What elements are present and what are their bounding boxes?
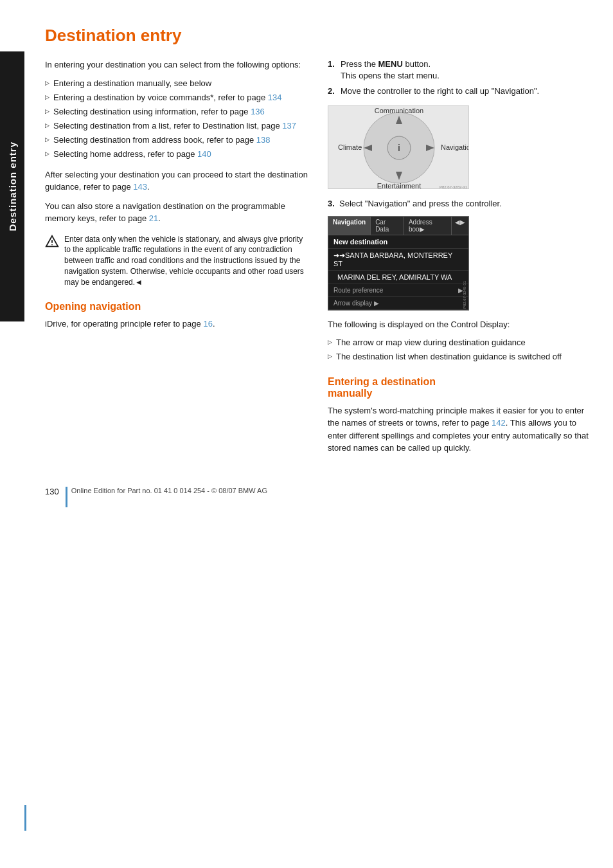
entering-dest-text: The system's word-matching principle mak… xyxy=(328,404,591,455)
bullet-triangle: ▷ xyxy=(328,352,332,361)
page-link[interactable]: 136 xyxy=(251,107,265,116)
list-item: ▷ The arrow or map view during destinati… xyxy=(328,337,591,348)
list-item-text: Entering a destination by voice commands… xyxy=(53,92,282,104)
nav-tab-bar: Navigation Car Data Address boo▶ ◀▶ xyxy=(328,217,468,235)
page-link[interactable]: 21 xyxy=(149,213,158,223)
bullet-triangle: ▷ xyxy=(45,93,49,102)
bottom-border-line xyxy=(24,805,26,831)
bullet-triangle: ▷ xyxy=(45,136,49,144)
list-item: ▷ Selecting home address, refer to page … xyxy=(45,149,308,160)
bullet-triangle: ▷ xyxy=(45,150,49,158)
options-list: ▷ Entering a destination manually, see b… xyxy=(45,78,308,161)
page-link[interactable]: 16 xyxy=(203,319,212,329)
control-display-list: ▷ The arrow or map view during destinati… xyxy=(328,337,591,363)
nav-item-arrow-display: Arrow display ▶ xyxy=(328,297,468,310)
nav-tab-addressbook: Address boo▶ xyxy=(404,217,452,235)
wheel-svg: i Communication Climate Navigation Enter… xyxy=(328,106,469,189)
footer: 130 Online Edition for Part no. 01 41 0 … xyxy=(45,480,591,507)
opening-nav-heading: Opening navigation xyxy=(45,301,308,312)
nav-menu-image: Navigation Car Data Address boo▶ ◀▶ New … xyxy=(328,216,469,311)
nav-tab-more: ◀▶ xyxy=(452,217,468,235)
step-number: 1. xyxy=(328,59,337,70)
page-link[interactable]: 137 xyxy=(282,121,296,131)
control-display-text: The following is displayed on the Contro… xyxy=(328,318,591,331)
nav-tab-navigation: Navigation xyxy=(328,217,371,235)
footer-text: Online Edition for Part no. 01 41 0 014 … xyxy=(71,487,267,494)
step-1: 1. Press the MENU button.This opens the … xyxy=(328,59,591,82)
svg-point-2 xyxy=(51,244,53,245)
sidebar-label: Destination entry xyxy=(0,51,24,321)
entering-dest-heading: Entering a destinationmanually xyxy=(328,376,591,399)
step-number: 2. xyxy=(328,86,337,97)
sidebar-label-text: Destination entry xyxy=(7,141,18,231)
list-item: ▷ Selecting destination from address boo… xyxy=(45,134,308,146)
steps-list: 1. Press the MENU button.This opens the … xyxy=(328,59,591,98)
page-link[interactable]: 134 xyxy=(268,93,282,102)
image-watermark: P82.67-3245-31 xyxy=(463,281,466,309)
step-3-text: 3. Select "Navigation" and press the con… xyxy=(328,198,591,210)
right-column: 1. Press the MENU button.This opens the … xyxy=(328,59,591,461)
list-item-text: Selecting destination using information,… xyxy=(53,106,265,118)
page-link[interactable]: 142 xyxy=(492,418,506,428)
list-item-text: The destination list when destination gu… xyxy=(336,351,562,363)
page-number: 130 xyxy=(45,487,59,496)
warning-box: Enter data only when the vehicle is stat… xyxy=(45,234,308,288)
step-text: Move the controller to the right to call… xyxy=(341,86,539,97)
store-nav-text: You can also store a navigation destinat… xyxy=(45,200,308,225)
opening-nav-text: iDrive, for operating principle refer to… xyxy=(45,318,308,330)
list-item-text: Selecting destination from a list, refer… xyxy=(53,120,296,132)
list-item: ▷ Entering a destination by voice comman… xyxy=(45,92,308,104)
list-item: ▷ Entering a destination manually, see b… xyxy=(45,78,308,89)
left-column: In entering your destination you can sel… xyxy=(45,59,308,461)
list-item-text: Selecting destination from address book,… xyxy=(53,134,271,146)
bullet-triangle: ▷ xyxy=(45,107,49,116)
nav-item-marina: MARINA DEL REY, ADMIRALTY WA xyxy=(328,271,468,284)
step-text: Press the MENU button.This opens the sta… xyxy=(341,59,440,82)
footer-blue-bar xyxy=(66,487,67,507)
warning-text: Enter data only when the vehicle is stat… xyxy=(64,234,308,288)
list-item-text: The arrow or map view during destination… xyxy=(336,337,526,348)
list-item: ▷ Selecting destination from a list, ref… xyxy=(45,120,308,132)
page-link[interactable]: 140 xyxy=(197,149,211,159)
after-selection-text: After selecting your destination you can… xyxy=(45,168,308,194)
page-title: Destination entry xyxy=(45,26,591,46)
svg-text:P82.67-3282-31: P82.67-3282-31 xyxy=(440,185,468,189)
list-item-text: Entering a destination manually, see bel… xyxy=(53,78,211,89)
list-item-text: Selecting home address, refer to page 14… xyxy=(53,149,211,160)
communication-wheel-image: i Communication Climate Navigation Enter… xyxy=(328,105,469,189)
intro-text: In entering your destination you can sel… xyxy=(45,59,308,71)
bullet-triangle: ▷ xyxy=(328,338,332,347)
svg-text:Climate: Climate xyxy=(338,143,362,151)
list-item: ▷ The destination list when destination … xyxy=(328,351,591,363)
svg-text:Communication: Communication xyxy=(375,107,423,114)
list-item: ▷ Selecting destination using informatio… xyxy=(45,106,308,118)
svg-text:Navigation: Navigation xyxy=(441,143,469,151)
bullet-triangle: ▷ xyxy=(45,122,49,130)
page-link[interactable]: 143 xyxy=(133,182,147,192)
svg-text:Entertainment: Entertainment xyxy=(377,182,421,189)
page-link[interactable]: 138 xyxy=(256,135,271,145)
nav-tab-cardata: Car Data xyxy=(371,217,404,235)
step-2: 2. Move the controller to the right to c… xyxy=(328,86,591,97)
warning-icon xyxy=(45,235,59,249)
nav-item-santa-barbara: ➜➜SANTA BARBARA, MONTERREY ST xyxy=(328,249,468,271)
svg-text:i: i xyxy=(398,143,400,153)
nav-item-route-preference: Route preference▶ xyxy=(328,284,468,297)
bullet-triangle: ▷ xyxy=(45,79,49,87)
nav-item-new-destination: New destination xyxy=(328,235,468,249)
